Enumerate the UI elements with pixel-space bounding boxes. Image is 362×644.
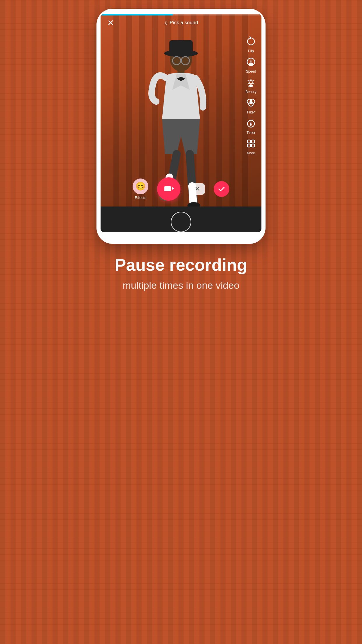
music-note-icon: ♫ [164, 20, 168, 26]
timer-icon-container: 3 [244, 116, 258, 130]
more-label: More [247, 151, 255, 155]
close-icon: ✕ [107, 18, 114, 28]
speed-icon: ON [246, 57, 256, 67]
beauty-control[interactable]: OFF Beauty [244, 75, 258, 94]
svg-text:OFF: OFF [249, 85, 253, 87]
home-button[interactable] [171, 212, 191, 232]
filter-control[interactable]: Filter [244, 96, 258, 114]
camera-viewfinder: ✕ ♫ Pick a sound [101, 14, 261, 206]
close-button[interactable]: ✕ [105, 18, 116, 28]
timer-label: Timer [247, 131, 255, 135]
svg-rect-19 [247, 144, 250, 147]
progress-bar-fill [101, 14, 173, 15]
filter-label: Filter [247, 110, 255, 114]
phone-screen: ✕ ♫ Pick a sound [101, 14, 261, 232]
more-icon [246, 138, 256, 149]
delete-icon: ✕ [195, 186, 199, 192]
subheadline-text: multiple times in one video [115, 279, 247, 292]
speed-label: Speed [246, 69, 256, 74]
svg-marker-22 [172, 187, 174, 190]
flip-control[interactable]: Flip [244, 34, 258, 53]
svg-rect-21 [164, 186, 171, 191]
bottom-controls-bar: 😊 Effects ✕ [101, 177, 261, 201]
svg-rect-2 [169, 40, 193, 55]
delete-button[interactable]: ✕ [189, 183, 205, 195]
beauty-icon: OFF [246, 77, 256, 88]
pick-sound-label: Pick a sound [170, 20, 198, 26]
effects-icon: 😊 [133, 178, 148, 194]
flip-label: Flip [248, 49, 254, 53]
confirm-button[interactable] [214, 181, 229, 197]
beauty-icon-container: OFF [244, 75, 258, 89]
svg-text:ON: ON [249, 63, 253, 65]
flip-icon-container [244, 34, 258, 48]
svg-rect-20 [252, 144, 254, 147]
svg-text:3: 3 [250, 123, 252, 126]
effects-button[interactable]: 😊 Effects [133, 178, 148, 200]
top-bar: ✕ ♫ Pick a sound [101, 18, 261, 28]
pick-sound-button[interactable]: ♫ Pick a sound [164, 20, 198, 26]
more-icon-container [244, 136, 258, 150]
progress-bar-container [101, 14, 261, 15]
timer-icon: 3 [246, 118, 256, 128]
camera-icon [164, 184, 174, 194]
filter-icon [246, 97, 256, 108]
headline-text: Pause recording [115, 256, 247, 274]
flip-icon [246, 36, 256, 47]
phone-frame: ✕ ♫ Pick a sound [96, 9, 266, 244]
bottom-text-section: Pause recording multiple times in one vi… [97, 256, 265, 292]
speed-icon-container: ON [244, 55, 258, 69]
svg-rect-17 [247, 140, 250, 143]
checkmark-icon [217, 185, 226, 193]
effects-label: Effects [135, 195, 146, 200]
more-control[interactable]: More [244, 136, 258, 155]
speed-control[interactable]: ON Speed [244, 55, 258, 74]
svg-rect-18 [252, 140, 254, 143]
right-controls-panel: Flip ON Speed [244, 34, 258, 155]
svg-point-8 [187, 202, 200, 206]
filter-icon-container [244, 96, 258, 110]
beauty-label: Beauty [245, 90, 256, 94]
record-button[interactable] [157, 177, 180, 201]
timer-control[interactable]: 3 Timer [244, 116, 258, 135]
